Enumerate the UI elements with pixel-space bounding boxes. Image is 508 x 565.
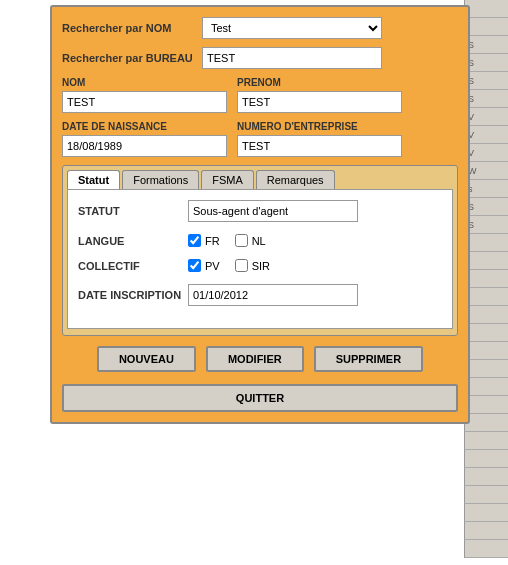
date-naissance-label: DATE DE NAISSANCE bbox=[62, 121, 227, 132]
supprimer-button[interactable]: SUPPRIMER bbox=[314, 346, 423, 372]
statut-field-label: STATUT bbox=[78, 205, 188, 217]
spreadsheet-cell bbox=[464, 0, 508, 18]
langue-row: LANGUE FR NL bbox=[78, 234, 442, 247]
rechercher-bureau-label: Rechercher par BUREAU bbox=[62, 52, 202, 64]
tab-content-statut: STATUT LANGUE FR NL bbox=[67, 189, 453, 329]
nom-group: NOM bbox=[62, 77, 227, 113]
spreadsheet-cell bbox=[464, 432, 508, 450]
spreadsheet-cell bbox=[464, 504, 508, 522]
fr-checkbox-item[interactable]: FR bbox=[188, 234, 220, 247]
spreadsheet-cell bbox=[464, 378, 508, 396]
spreadsheet-cell: S bbox=[464, 90, 508, 108]
langue-label: LANGUE bbox=[78, 235, 188, 247]
nl-label: NL bbox=[252, 235, 266, 247]
spreadsheet-cell: W bbox=[464, 162, 508, 180]
spreadsheet-cell: V bbox=[464, 144, 508, 162]
tab-section: Statut Formations FSMA Remarques STATUT … bbox=[62, 165, 458, 336]
date-naissance-input[interactable] bbox=[62, 135, 227, 157]
sir-label: SIR bbox=[252, 260, 270, 272]
numero-entreprise-label: NUMERO D'ENTREPRISE bbox=[237, 121, 402, 132]
sir-checkbox-item[interactable]: SIR bbox=[235, 259, 270, 272]
spreadsheet-cell bbox=[464, 396, 508, 414]
pv-checkbox-item[interactable]: PV bbox=[188, 259, 220, 272]
rechercher-nom-label: Rechercher par NOM bbox=[62, 22, 202, 34]
spreadsheet-cell bbox=[464, 306, 508, 324]
date-inscription-label: DATE INSCRIPTION bbox=[78, 289, 188, 301]
pv-label: PV bbox=[205, 260, 220, 272]
tab-remarques[interactable]: Remarques bbox=[256, 170, 335, 189]
main-dialog: Rechercher par NOM Test Rechercher par B… bbox=[50, 5, 470, 424]
spreadsheet-cell bbox=[464, 450, 508, 468]
langue-checkboxes: FR NL bbox=[188, 234, 266, 247]
spreadsheet-cell bbox=[464, 414, 508, 432]
nom-prenom-row: NOM PRENOM bbox=[62, 77, 458, 113]
spreadsheet-cell: S bbox=[464, 72, 508, 90]
spreadsheet-cell bbox=[464, 522, 508, 540]
spreadsheet-cell bbox=[464, 252, 508, 270]
prenom-label: PRENOM bbox=[237, 77, 402, 88]
tab-fsma[interactable]: FSMA bbox=[201, 170, 254, 189]
tab-statut[interactable]: Statut bbox=[67, 170, 120, 189]
spreadsheet-cell bbox=[464, 288, 508, 306]
spreadsheet-cell: V bbox=[464, 126, 508, 144]
date-naissance-group: DATE DE NAISSANCE bbox=[62, 121, 227, 157]
spreadsheet-cell: V bbox=[464, 108, 508, 126]
nom-label: NOM bbox=[62, 77, 227, 88]
rechercher-nom-row: Rechercher par NOM Test bbox=[62, 17, 458, 39]
spreadsheet-cell bbox=[464, 324, 508, 342]
quitter-button[interactable]: QUITTER bbox=[62, 384, 458, 412]
collectif-row: COLLECTIF PV SIR bbox=[78, 259, 442, 272]
collectif-label: COLLECTIF bbox=[78, 260, 188, 272]
spreadsheet-cell bbox=[464, 540, 508, 558]
nouveau-button[interactable]: NOUVEAU bbox=[97, 346, 196, 372]
statut-input[interactable] bbox=[188, 200, 358, 222]
action-buttons: NOUVEAU MODIFIER SUPPRIMER bbox=[62, 346, 458, 372]
numero-entreprise-group: NUMERO D'ENTREPRISE bbox=[237, 121, 402, 157]
nl-checkbox-item[interactable]: NL bbox=[235, 234, 266, 247]
rechercher-bureau-row: Rechercher par BUREAU bbox=[62, 47, 458, 69]
spreadsheet-cell: s bbox=[464, 180, 508, 198]
spreadsheet-cell bbox=[464, 18, 508, 36]
rechercher-nom-select[interactable]: Test bbox=[202, 17, 382, 39]
spreadsheet-cell: S bbox=[464, 54, 508, 72]
spreadsheet-cell: S bbox=[464, 216, 508, 234]
quitter-row: QUITTER bbox=[62, 378, 458, 412]
date-inscription-input[interactable] bbox=[188, 284, 358, 306]
spreadsheet-cell: S bbox=[464, 36, 508, 54]
spreadsheet-cell bbox=[464, 342, 508, 360]
spreadsheet-cell bbox=[464, 234, 508, 252]
spreadsheet-cell bbox=[464, 486, 508, 504]
spreadsheet-cell bbox=[464, 468, 508, 486]
tab-formations[interactable]: Formations bbox=[122, 170, 199, 189]
nl-checkbox[interactable] bbox=[235, 234, 248, 247]
numero-entreprise-input[interactable] bbox=[237, 135, 402, 157]
fr-label: FR bbox=[205, 235, 220, 247]
modifier-button[interactable]: MODIFIER bbox=[206, 346, 304, 372]
rechercher-bureau-input[interactable] bbox=[202, 47, 382, 69]
tab-header: Statut Formations FSMA Remarques bbox=[63, 166, 457, 189]
spreadsheet-cell bbox=[464, 270, 508, 288]
statut-row: STATUT bbox=[78, 200, 442, 222]
pv-checkbox[interactable] bbox=[188, 259, 201, 272]
spreadsheet-right-column: S S S S V V V W s S S bbox=[464, 0, 508, 565]
sir-checkbox[interactable] bbox=[235, 259, 248, 272]
prenom-input[interactable] bbox=[237, 91, 402, 113]
nom-input[interactable] bbox=[62, 91, 227, 113]
spreadsheet-cell: S bbox=[464, 198, 508, 216]
spreadsheet-cell bbox=[464, 360, 508, 378]
date-entreprise-row: DATE DE NAISSANCE NUMERO D'ENTREPRISE bbox=[62, 121, 458, 157]
prenom-group: PRENOM bbox=[237, 77, 402, 113]
collectif-checkboxes: PV SIR bbox=[188, 259, 270, 272]
fr-checkbox[interactable] bbox=[188, 234, 201, 247]
date-inscription-row: DATE INSCRIPTION bbox=[78, 284, 442, 306]
